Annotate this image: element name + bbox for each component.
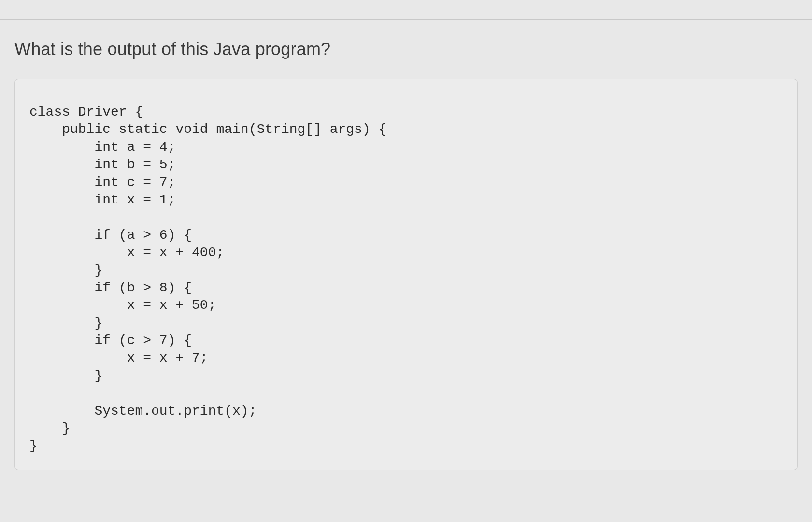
code-block: class Driver { public static void main(S… — [14, 79, 798, 470]
question-text: What is the output of this Java program? — [14, 39, 798, 59]
question-container: What is the output of this Java program?… — [0, 39, 812, 470]
top-divider — [0, 19, 812, 20]
